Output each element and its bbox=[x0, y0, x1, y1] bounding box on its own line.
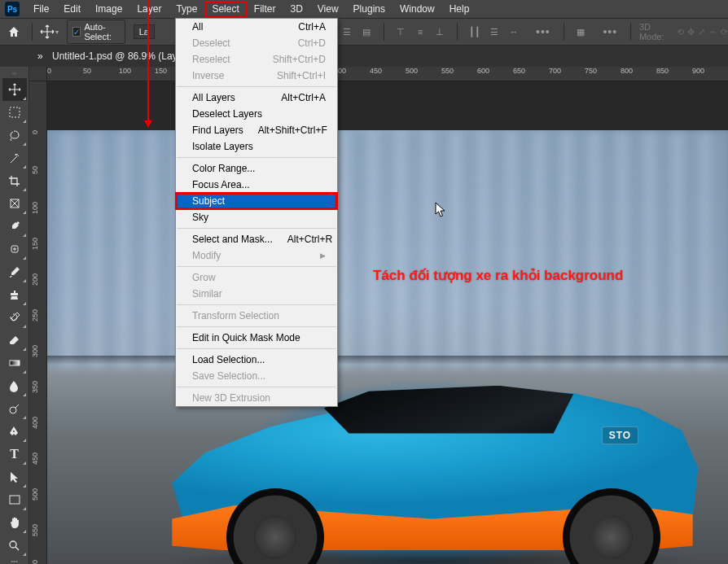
menu-item-sky[interactable]: Sky bbox=[176, 209, 337, 225]
menu-item-isolate-layers[interactable]: Isolate Layers bbox=[176, 138, 337, 155]
menu-view[interactable]: View bbox=[310, 1, 346, 17]
divider bbox=[457, 23, 458, 41]
hand-tool[interactable] bbox=[2, 511, 27, 534]
divider bbox=[564, 23, 564, 41]
pen-tool[interactable] bbox=[2, 420, 27, 443]
magic-wand-tool[interactable] bbox=[2, 146, 27, 169]
rectangle-tool[interactable] bbox=[2, 488, 27, 511]
align-bottom-icon[interactable]: ⊥ bbox=[431, 23, 449, 41]
align-center-h-icon[interactable]: ☰ bbox=[338, 23, 356, 41]
menu-item-focus-area[interactable]: Focus Area... bbox=[176, 177, 337, 193]
slide-icon[interactable]: ↔ bbox=[708, 27, 717, 37]
menu-layer[interactable]: Layer bbox=[129, 1, 169, 17]
checkbox-icon[interactable]: ✓ bbox=[72, 27, 81, 37]
dolly-icon[interactable]: ⤢ bbox=[698, 27, 705, 37]
menu-item-shortcut: Ctrl+A bbox=[298, 21, 326, 33]
menu-item-all[interactable]: AllCtrl+A bbox=[176, 19, 337, 35]
crop-tool[interactable] bbox=[2, 169, 27, 192]
menu-item-load-selection[interactable]: Load Selection... bbox=[176, 352, 337, 368]
document-canvas[interactable]: STO Tách đối tượng xe ra khỏi background bbox=[47, 130, 728, 564]
annotation-text: Tách đối tượng xe ra khỏi background bbox=[373, 267, 623, 284]
mode3d-icons: ⟲ ✥ ⤢ ↔ ⟳ bbox=[677, 27, 728, 37]
panel-grip-icon[interactable]: ◦◦ bbox=[2, 70, 27, 77]
rotate-icon[interactable]: ⟳ bbox=[721, 27, 728, 37]
blur-tool[interactable] bbox=[2, 374, 27, 397]
menu-separator bbox=[177, 326, 336, 327]
zoom-tool[interactable] bbox=[2, 534, 27, 557]
ruler-tick: 700 bbox=[549, 67, 561, 75]
menu-item-deselect-layers[interactable]: Deselect Layers bbox=[176, 106, 337, 122]
brush-tool[interactable] bbox=[2, 260, 27, 283]
distribute-v-icon[interactable]: ☰ bbox=[485, 23, 503, 41]
clone-stamp-tool[interactable] bbox=[2, 283, 27, 306]
menu-file[interactable]: File bbox=[26, 1, 56, 17]
menu-item-color-range[interactable]: Color Range... bbox=[176, 160, 337, 177]
frame-tool[interactable] bbox=[2, 192, 27, 215]
menu-filter[interactable]: Filter bbox=[247, 1, 283, 17]
menu-item-subject[interactable]: Subject bbox=[176, 193, 337, 209]
path-selection-tool[interactable] bbox=[2, 466, 27, 488]
menu-help[interactable]: Help bbox=[442, 1, 477, 17]
menu-item-shortcut: Shift+Ctrl+I bbox=[277, 70, 326, 81]
menu-item-label: Isolate Layers bbox=[192, 141, 253, 152]
gradient-tool[interactable] bbox=[2, 352, 27, 374]
distribute-spacing-icon[interactable]: ↔ bbox=[505, 23, 523, 41]
align-top-icon[interactable]: ⊤ bbox=[392, 23, 410, 41]
healing-brush-tool[interactable] bbox=[2, 238, 27, 260]
ruler-tick: 550 bbox=[441, 67, 454, 75]
menu-plugins[interactable]: Plugins bbox=[346, 1, 393, 17]
distribute-group: ┃┃ ☰ ↔ bbox=[466, 23, 523, 41]
menu-window[interactable]: Window bbox=[393, 1, 442, 17]
lasso-tool[interactable] bbox=[2, 124, 27, 146]
auto-select-target-dropdown[interactable]: La bbox=[134, 24, 155, 39]
history-brush-tool[interactable] bbox=[2, 306, 27, 329]
eraser-tool[interactable] bbox=[2, 329, 27, 352]
svg-point-6 bbox=[10, 541, 16, 548]
vertical-ruler[interactable]: 050100150200250300350400450500550600 bbox=[29, 81, 47, 564]
auto-select-toggle[interactable]: ✓ Auto-Select: bbox=[67, 20, 125, 44]
document-tab[interactable]: Untitled-1.psd @ 86.9% (Layer bbox=[44, 47, 194, 65]
svg-point-4 bbox=[10, 407, 16, 413]
menu-3d[interactable]: 3D bbox=[283, 1, 309, 17]
menu-type[interactable]: Type bbox=[169, 1, 204, 17]
menu-item-find-layers[interactable]: Find LayersAlt+Shift+Ctrl+F bbox=[176, 122, 337, 138]
move-tool[interactable] bbox=[2, 78, 27, 101]
divider bbox=[32, 23, 33, 41]
menu-item-label: Color Range... bbox=[192, 163, 255, 174]
menu-item-new-3d-extrusion: New 3D Extrusion bbox=[176, 390, 337, 406]
dodge-tool[interactable] bbox=[2, 397, 27, 420]
arrange-icon[interactable]: ▦ bbox=[572, 23, 590, 41]
ruler-tick: 150 bbox=[155, 67, 167, 75]
move-tool-icon[interactable]: ▾ bbox=[40, 22, 59, 42]
orbit-icon[interactable]: ⟲ bbox=[677, 27, 684, 37]
menu-item-edit-in-quick-mask-mode[interactable]: Edit in Quick Mask Mode bbox=[176, 330, 337, 346]
menu-item-label: Deselect bbox=[192, 37, 230, 49]
menu-separator bbox=[177, 266, 336, 267]
more-options-icon[interactable]: ••• bbox=[598, 25, 622, 38]
horizontal-ruler[interactable]: 0501001502002503003504004505005506006507… bbox=[47, 67, 728, 81]
more-options-icon[interactable]: ••• bbox=[531, 25, 555, 38]
pan-icon[interactable]: ✥ bbox=[687, 27, 695, 37]
ruler-tick: 150 bbox=[31, 238, 39, 250]
menubar: Ps FileEditImageLayerTypeSelectFilter3DV… bbox=[0, 0, 728, 18]
ruler-tick: 500 bbox=[406, 67, 418, 75]
submenu-arrow-icon: ▶ bbox=[320, 251, 326, 260]
menu-item-select-and-mask[interactable]: Select and Mask...Alt+Ctrl+R bbox=[176, 231, 337, 247]
menu-item-shortcut: Alt+Shift+Ctrl+F bbox=[258, 125, 327, 136]
home-icon[interactable] bbox=[5, 22, 24, 42]
distribute-h-icon[interactable]: ┃┃ bbox=[466, 23, 484, 41]
type-tool[interactable]: T bbox=[2, 443, 27, 466]
align-right-icon[interactable]: ▤ bbox=[357, 23, 375, 41]
menu-item-deselect: DeselectCtrl+D bbox=[176, 35, 337, 51]
menu-edit[interactable]: Edit bbox=[56, 1, 88, 17]
menu-image[interactable]: Image bbox=[88, 1, 129, 17]
marquee-tool[interactable] bbox=[2, 101, 27, 124]
tab-list-dropdown-icon[interactable]: » bbox=[37, 50, 44, 62]
menu-select[interactable]: Select bbox=[204, 1, 246, 17]
eyedropper-tool[interactable] bbox=[2, 215, 27, 238]
mode3d-label: 3D Mode: bbox=[639, 22, 669, 42]
ruler-tick: 0 bbox=[31, 130, 39, 134]
menu-item-label: Transform Selection bbox=[192, 310, 279, 321]
align-middle-icon[interactable]: ≡ bbox=[411, 23, 429, 41]
menu-item-all-layers[interactable]: All LayersAlt+Ctrl+A bbox=[176, 90, 337, 106]
